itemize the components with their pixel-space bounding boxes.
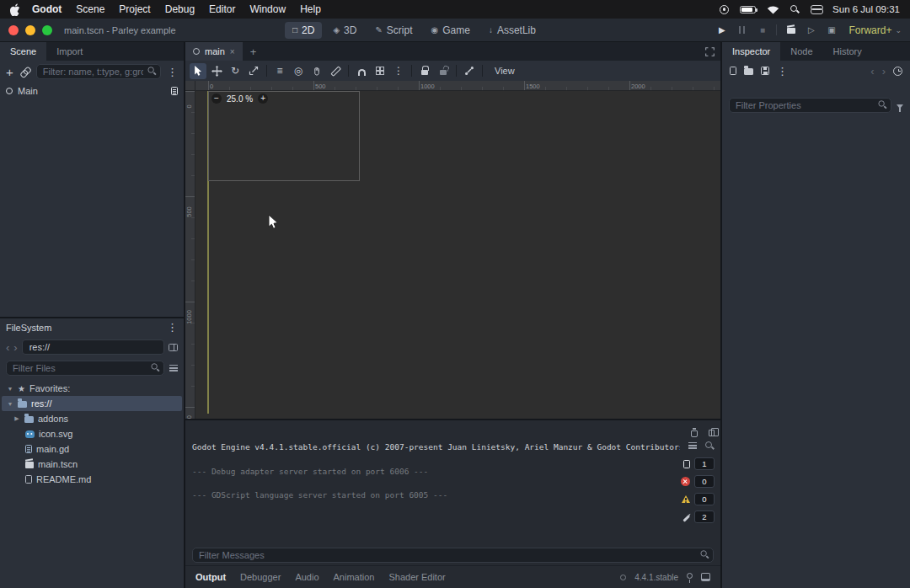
movie-maker-button[interactable]: ▣ (825, 25, 838, 35)
vertical-ruler[interactable]: 0 500 1000 1500 (185, 91, 195, 419)
resource-menu-button[interactable]: ⋮ (777, 66, 788, 77)
zoom-level[interactable]: 25.0 % (227, 94, 253, 104)
collapse-icon[interactable]: ▼ (7, 401, 13, 407)
filesystem-filter-input[interactable] (6, 361, 164, 376)
snap-options-button[interactable]: ⋮ (390, 63, 407, 79)
new-scene-tab-button[interactable]: + (243, 45, 265, 58)
close-window-button[interactable] (8, 25, 19, 35)
expand-bottom-panel-button[interactable] (701, 573, 710, 581)
wifi-icon[interactable] (767, 5, 779, 14)
workspace-script-button[interactable]: ✎Script (367, 22, 420, 39)
stop-button[interactable]: ■ (756, 25, 768, 35)
filter-warnings-toggle[interactable]: 0 (682, 493, 715, 505)
menubar-menu-project[interactable]: Project (119, 3, 150, 15)
minimize-window-button[interactable] (25, 25, 35, 35)
grid-snap-button[interactable] (372, 63, 388, 79)
play-custom-scene-button[interactable]: ▷ (805, 25, 817, 35)
copy-output-button[interactable] (706, 428, 715, 436)
control-center-icon[interactable] (811, 5, 822, 14)
menubar-menu-scene[interactable]: Scene (76, 3, 104, 15)
fs-item-icon-svg[interactable]: icon.svg (2, 426, 182, 441)
focus-search-button[interactable] (705, 441, 715, 451)
load-resource-button[interactable] (744, 67, 753, 75)
filter-errors-toggle[interactable]: 0 (681, 475, 715, 488)
output-log[interactable]: Godot Engine v4.4.1.stable.official (c) … (185, 420, 680, 545)
nav-forward-button[interactable]: › (13, 342, 17, 353)
fs-item-addons[interactable]: ▶ addons (2, 411, 182, 426)
tab-output[interactable]: Output (195, 572, 226, 582)
apple-menu-icon[interactable] (10, 3, 20, 16)
pivot-tool-button[interactable]: ◎ (290, 63, 307, 79)
workspace-assetlib-button[interactable]: ↓AssetLib (481, 22, 543, 39)
scene-tab-main[interactable]: main × (185, 42, 243, 61)
instance-scene-button[interactable] (19, 67, 30, 78)
battery-icon[interactable] (740, 6, 756, 13)
collapse-icon[interactable]: ▼ (7, 386, 13, 392)
select-tool-button[interactable] (190, 63, 206, 79)
zoom-in-button[interactable]: + (258, 94, 268, 104)
workspace-2d-button[interactable]: □2D (285, 22, 322, 39)
scene-tree-menu-button[interactable]: ⋮ (167, 67, 178, 78)
menubar-app-name[interactable]: Godot (32, 3, 62, 15)
distraction-free-button[interactable] (705, 47, 715, 56)
screen-record-icon[interactable] (720, 5, 729, 14)
smart-snap-button[interactable] (353, 63, 370, 79)
update-check-icon[interactable] (620, 575, 626, 580)
scene-node-main[interactable]: Main (0, 83, 184, 99)
rotate-tool-button[interactable]: ↻ (227, 63, 244, 79)
renderer-dropdown[interactable]: Forward+ ⌄ (848, 24, 902, 36)
tab-animation[interactable]: Animation (334, 572, 375, 582)
pause-button[interactable] (736, 26, 748, 34)
collapse-duplicates-button[interactable] (688, 442, 697, 449)
tab-debugger[interactable]: Debugger (240, 572, 281, 582)
tab-scene[interactable]: Scene (0, 42, 46, 61)
pin-panel-button[interactable] (687, 575, 693, 579)
play-scene-button[interactable] (784, 26, 797, 35)
unlock-selected-button[interactable] (435, 63, 452, 79)
fs-item-res-root[interactable]: ▼ res:// (2, 396, 182, 411)
zoom-out-button[interactable]: − (211, 94, 222, 104)
history-menu-button[interactable] (893, 67, 902, 76)
skeleton-options-button[interactable] (461, 63, 478, 79)
workspace-game-button[interactable]: ◉Game (424, 22, 478, 39)
view-menu-button[interactable]: View (487, 66, 522, 76)
current-path[interactable]: res:// (22, 339, 164, 355)
tab-import[interactable]: Import (46, 42, 93, 61)
menubar-menu-window[interactable]: Window (249, 3, 286, 15)
engine-version[interactable]: 4.4.1.stable (634, 573, 678, 582)
history-forward-button[interactable]: › (882, 66, 886, 77)
fs-item-main-tscn[interactable]: main.tscn (2, 457, 182, 472)
lock-selected-button[interactable] (416, 63, 433, 79)
menubar-menu-help[interactable]: Help (300, 3, 321, 15)
add-node-button[interactable]: + (6, 66, 13, 78)
inspector-filter-input[interactable] (729, 98, 891, 113)
scale-tool-button[interactable] (245, 63, 262, 79)
scene-filter-input[interactable] (36, 64, 161, 79)
fs-item-main-gd[interactable]: main.gd (2, 441, 182, 457)
menubar-menu-debug[interactable]: Debug (165, 3, 195, 15)
history-back-button[interactable]: ‹ (870, 66, 874, 77)
expand-icon[interactable]: ▶ (13, 415, 20, 422)
filesystem-menu-button[interactable]: ⋮ (167, 322, 178, 333)
clear-output-button[interactable] (691, 428, 698, 437)
filter-options-button[interactable] (897, 103, 903, 109)
move-tool-button[interactable] (208, 63, 225, 79)
list-select-tool-button[interactable]: ≡ (271, 63, 288, 79)
attached-script-icon[interactable] (171, 87, 178, 95)
tab-audio[interactable]: Audio (295, 572, 318, 582)
tab-node[interactable]: Node (780, 42, 822, 61)
workspace-3d-button[interactable]: ◈3D (325, 22, 364, 39)
spotlight-search-icon[interactable] (790, 5, 800, 14)
fs-item-readme[interactable]: README.md (2, 472, 182, 487)
pan-tool-button[interactable] (308, 63, 325, 79)
new-resource-button[interactable] (730, 67, 736, 75)
toggle-split-mode-button[interactable] (169, 344, 178, 351)
save-resource-button[interactable] (761, 67, 769, 75)
close-tab-icon[interactable]: × (230, 47, 235, 56)
zoom-window-button[interactable] (42, 25, 52, 35)
horizontal-ruler[interactable]: 0 500 1000 1500 2000 (195, 81, 720, 91)
play-button[interactable]: ▶ (715, 25, 728, 35)
filter-messages-toggle[interactable]: 1 (683, 457, 715, 470)
tab-inspector[interactable]: Inspector (722, 42, 780, 61)
menubar-clock[interactable]: Sun 6 Jul 09:31 (832, 4, 900, 14)
